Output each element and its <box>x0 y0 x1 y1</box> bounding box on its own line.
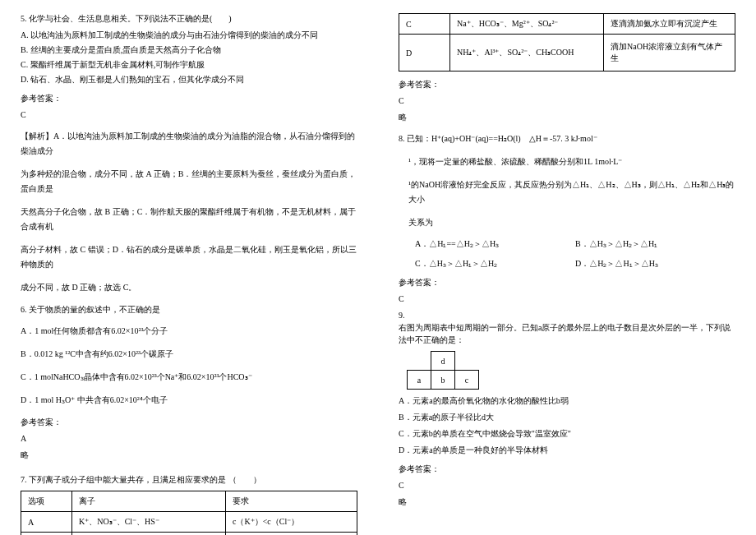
q6-opt-d: D．1 mol H₃O⁺ 中共含有6.02×10²⁴个电子 <box>21 393 357 408</box>
q7-answer: C <box>399 95 735 107</box>
q8-stem-2: ¹，现将一定量的稀盐酸、浓硫酸、稀醋酸分别和1L 1mol·L⁻ <box>399 155 735 169</box>
cell: Fe³⁺、NO₃⁻、SO₃²⁻、Cl⁻ <box>72 533 226 536</box>
q5-expl-3: 天然高分子化合物，故 B 正确；C．制作航天服的聚酯纤维属于有机物，不是无机材料… <box>21 205 357 234</box>
q8-stem-4: 关系为 <box>399 215 735 230</box>
q5-expl-5: 成分不同，故 D 正确；故选 C。 <box>21 280 357 295</box>
q6-answer: A <box>21 432 357 445</box>
q9-opt-d: D．元素a的单质是一种良好的半导体材料 <box>399 444 735 456</box>
q6-opt-c: C．1 molNaHCO₃晶体中含有6.02×10²³个Na⁺和6.02×10²… <box>21 370 357 385</box>
q9-period-table: d a b c <box>407 351 479 390</box>
q9-opt-b: B．元素a的原子半径比d大 <box>399 411 735 423</box>
table-row: D NH₄⁺、Al³⁺、SO₄²⁻、CH₃COOH 滴加NaOH浓溶液立刻有气体… <box>399 35 735 71</box>
q8-opt-c: C．△H₃＞△H₁＞△H₂ <box>415 258 575 270</box>
q9-opt-a: A．元素a的最高价氧化物的水化物的酸性比b弱 <box>399 394 735 407</box>
q8-answer: C <box>399 293 735 305</box>
cell: B <box>21 533 72 536</box>
cell: C <box>399 14 450 35</box>
table-row: C Na⁺、HCO₃⁻、Mg²⁺、SO₄²⁻ 逐滴滴加氨水立即有沉淀产生 <box>399 14 735 35</box>
cell: NH₄⁺、Al³⁺、SO₄²⁻、CH₃COOH <box>450 35 604 71</box>
q5-opt-c: C. 聚酯纤维属于新型无机非金属材料,可制作宇航服 <box>21 58 357 71</box>
cell: D <box>399 35 450 71</box>
cell-a: a <box>408 371 431 390</box>
cell: c（K⁺）<c（Cl⁻） <box>226 512 357 533</box>
cell: 滴加NaOH浓溶液立刻有气体产生 <box>604 35 735 71</box>
q8-answer-label: 参考答案： <box>399 276 735 288</box>
q8-opt-b: B．△H₃＞△H₂＞△H₁ <box>575 238 735 250</box>
q5-opt-d: D. 钻石、水晶、刚玉都是人们熟知的宝石，但其化学成分不同 <box>21 73 357 85</box>
q9-note: 略 <box>399 496 735 508</box>
q8-stem-1: 8. 已知：H⁺(aq)+OH⁻(aq)==H₂O(l) △H＝-57. 3 k… <box>399 131 735 146</box>
q5-expl-1: 【解析】A．以地沟油为原料加工制成的生物柴油的成分为油脂的混合物，从石油分馏得到… <box>21 129 357 159</box>
q5-stem: 5. 化学与社会、生活息息相关。下列说法不正确的是( ) <box>21 12 357 25</box>
cell: 逐滴滴加氨水立即有沉淀产生 <box>604 14 735 35</box>
q8-stem-3: ¹的NaOH溶液恰好完全反应，其反应热分别为△H₁、△H₂、△H₃，则△H₁、△… <box>399 178 735 207</box>
cell-empty <box>455 352 479 371</box>
q7-note: 略 <box>399 111 735 123</box>
cell: Na⁺、HCO₃⁻、Mg²⁺、SO₄²⁻ <box>450 14 604 35</box>
th-req: 要求 <box>226 491 357 512</box>
table-row: 选项 离子 要求 <box>21 491 357 512</box>
q9-stem: 右图为周期表中短周期的一部分。已知a原子的最外层上的电子数目是次外层的一半，下列… <box>399 321 735 346</box>
cell: K⁺、NO₃⁻、Cl⁻、HS⁻ <box>72 512 226 533</box>
th-option: 选项 <box>21 491 72 512</box>
q5-answer: C <box>21 108 357 121</box>
q7-answer-label: 参考答案： <box>399 78 735 90</box>
q7-table-cont: C Na⁺、HCO₃⁻、Mg²⁺、SO₄²⁻ 逐滴滴加氨水立即有沉淀产生 D N… <box>399 13 735 71</box>
q7-table: 选项 离子 要求 A K⁺、NO₃⁻、Cl⁻、HS⁻ c（K⁺）<c（Cl⁻） … <box>21 491 357 535</box>
cell-b: b <box>431 371 455 390</box>
table-row: a b c <box>408 371 479 390</box>
q8-opt-d: D．△H₂＞△H₁＞△H₃ <box>575 258 735 270</box>
cell-d: d <box>431 352 455 371</box>
q7-stem: 7. 下列离子或分子组中能大量共存，且满足相应要求的是 （ ） <box>21 473 357 486</box>
q5-opt-a: A. 以地沟油为原料加工制成的生物柴油的成分与由石油分馏得到的柴油的成分不同 <box>21 29 357 41</box>
q9-answer: C <box>399 479 735 491</box>
th-ions: 离子 <box>72 491 226 512</box>
cell: A <box>21 512 72 533</box>
q9-num: 9. <box>399 309 735 321</box>
q8-opt-a: A．△H₁==△H₂＞△H₃ <box>415 238 575 250</box>
q6-opt-b: B．0.012 kg ¹²C中含有约6.02×10²³个碳原子 <box>21 347 357 362</box>
q5-opt-b: B. 丝绸的主要成分是蛋白质,蛋白质是天然高分子化合物 <box>21 44 357 56</box>
table-row: B Fe³⁺、NO₃⁻、SO₃²⁻、Cl⁻ 逐滴滴加盐酸立即有气体产生 <box>21 533 357 536</box>
cell: 逐滴滴加盐酸立即有气体产生 <box>226 533 357 536</box>
cell-empty <box>408 352 431 371</box>
q5-expl-4: 高分子材料，故 C 错误；D．钻石的成分是碳单质，水晶是二氧化硅，刚玉是氧化铝，… <box>21 242 357 272</box>
q9-opt-c: C．元素b的单质在空气中燃烧会导致"温室效应" <box>399 427 735 440</box>
q6-answer-label: 参考答案： <box>21 416 357 428</box>
table-row: A K⁺、NO₃⁻、Cl⁻、HS⁻ c（K⁺）<c（Cl⁻） <box>21 512 357 533</box>
q6-note: 略 <box>21 449 357 461</box>
table-row: d <box>408 352 479 371</box>
cell-c: c <box>455 371 479 390</box>
q6-stem: 6. 关于物质的量的叙述中，不正确的是 <box>21 303 357 316</box>
q9-answer-label: 参考答案： <box>399 463 735 475</box>
q5-expl-2: 为多种烃的混合物，成分不同，故 A 正确；B．丝绸的主要原料为蚕丝，蚕丝成分为蛋… <box>21 167 357 196</box>
q6-opt-a: A．1 mol任何物质都含有6.02×10²³个分子 <box>21 324 357 339</box>
q5-answer-label: 参考答案： <box>21 92 357 104</box>
